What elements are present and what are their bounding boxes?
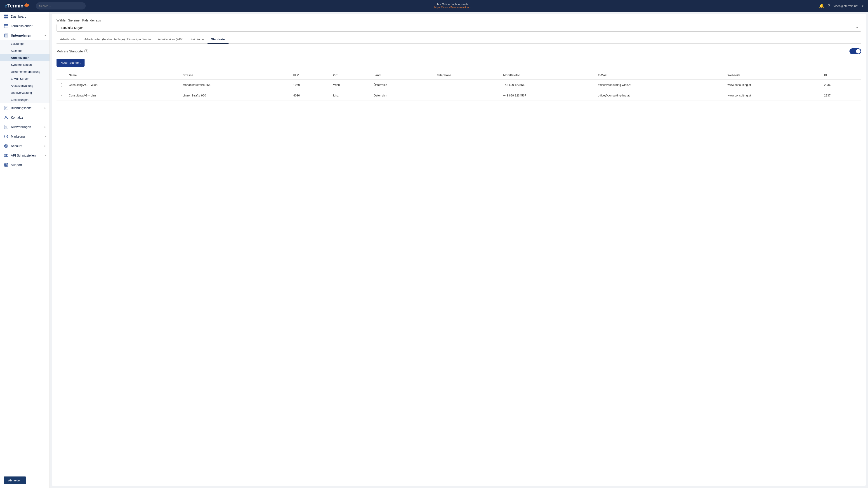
submenu-item-artikelverwaltung[interactable]: Artikelverwaltung [0, 82, 50, 89]
calendar-label: Wählen Sie einen Kalender aus [57, 19, 861, 22]
tab-arbeitszeiten[interactable]: Arbeitszeiten [57, 35, 81, 44]
calendar-select[interactable]: Franziska Mayer [57, 24, 861, 32]
account-chevron-icon: > [44, 144, 46, 147]
sidebar-item-label-api: API Schnittstellen [11, 154, 36, 157]
svg-rect-13 [5, 35, 6, 35]
user-email[interactable]: video@etermin.net [834, 4, 858, 8]
row-plz-1: 4030 [291, 90, 331, 101]
row-strasse-0: Mariahilferstraße 356 [180, 79, 291, 90]
row-context-menu-0[interactable]: ⋮ [57, 79, 66, 90]
svg-rect-12 [4, 34, 8, 37]
submenu-item-leistungen[interactable]: Leistungen [0, 40, 50, 47]
svg-rect-16 [6, 36, 7, 36]
tab-arbeitszeiten-247[interactable]: Arbeitszeiten (24/7) [154, 35, 187, 44]
sidebar-item-support[interactable]: Support [0, 160, 50, 170]
sidebar-item-kontakte[interactable]: Kontakte [0, 113, 50, 122]
sidebar-item-marketing[interactable]: Marketing > [0, 132, 50, 141]
standorte-table: Name Strasse PLZ Ort Land Telephone Mobi… [57, 71, 861, 101]
logo-termin: Termin [7, 3, 24, 9]
col-actions [57, 71, 66, 79]
bell-icon[interactable]: 🔔 [819, 3, 824, 8]
sidebar-item-label-dashboard: Dashboard [11, 15, 26, 18]
toggle-knob [856, 49, 861, 54]
row-name-1: Consulting AG – Linz [66, 90, 180, 101]
standorte-table-container: Name Strasse PLZ Ort Land Telephone Mobi… [57, 71, 861, 101]
neuer-standort-button[interactable]: Neuer Standort [57, 59, 85, 67]
row-mobiltelefon-0: +43 699 123456 [500, 79, 595, 90]
header-right: 🔔 ? video@etermin.net ▾ [819, 3, 864, 8]
buchungsseite-chevron-icon: > [44, 107, 46, 109]
toggle-label: Mehrere Standorte ? [57, 49, 88, 53]
submenu-item-email-server[interactable]: E-Mail Server [0, 75, 50, 82]
online-label: Ihre Online Buchungsseite [436, 3, 468, 6]
sidebar-item-label-kontakte: Kontakte [11, 116, 23, 119]
svg-rect-26 [4, 154, 6, 157]
tab-standorte[interactable]: Standorte [208, 35, 228, 44]
row-context-menu-1[interactable]: ⋮ [57, 90, 66, 101]
main-layout: Dashboard Terminkalender Unternehmen ▾ L… [0, 12, 868, 488]
svg-rect-14 [6, 35, 7, 35]
svg-rect-27 [6, 154, 8, 157]
tabs-container: Arbeitszeiten Arbeitszeiten (bestimmte T… [57, 35, 861, 44]
account-icon [4, 143, 8, 149]
tab-zeitraeume[interactable]: Zeiträume [187, 35, 208, 44]
marketing-chevron-icon: > [44, 135, 46, 138]
col-id: ID [822, 71, 861, 79]
svg-rect-6 [4, 17, 6, 19]
svg-point-25 [6, 145, 7, 146]
submenu-item-synchronisation[interactable]: Synchronisation [0, 61, 50, 68]
sidebar-item-label-support: Support [11, 163, 22, 167]
tab-arbeitszeiten-bestimmte[interactable]: Arbeitszeiten (bestimmte Tage) / Einmali… [81, 35, 154, 44]
help-icon[interactable]: ? [828, 4, 830, 8]
row-id-0: 2236 [822, 79, 861, 90]
toggle-switch[interactable] [849, 48, 861, 54]
support-icon [4, 162, 8, 167]
submenu-item-einstellungen[interactable]: Einstellungen [0, 96, 50, 103]
row-telephone-1 [434, 90, 501, 101]
submenu-item-arbeitszeiten[interactable]: Arbeitszeiten [0, 54, 50, 61]
user-dropdown-icon[interactable]: ▾ [862, 4, 864, 8]
col-plz: PLZ [291, 71, 331, 79]
toggle-section: Mehrere Standorte ? [57, 48, 861, 54]
calendar-icon [4, 24, 8, 29]
col-land: Land [371, 71, 434, 79]
sidebar-item-auswertungen[interactable]: Auswertungen > [0, 122, 50, 132]
sidebar: Dashboard Terminkalender Unternehmen ▾ L… [0, 12, 50, 488]
online-booking-info: Ihre Online Buchungsseite https://www.eT… [86, 3, 819, 9]
contacts-icon [4, 115, 8, 120]
abmelden-button[interactable]: Abmelden [4, 477, 26, 484]
sidebar-item-api-schnittstellen[interactable]: API Schnittstellen > [0, 151, 50, 160]
submenu-item-kalender[interactable]: Kalender [0, 47, 50, 54]
row-ort-0: Wien [331, 79, 371, 90]
main-content: Wählen Sie einen Kalender aus Franziska … [50, 12, 868, 488]
sidebar-item-terminkalender[interactable]: Terminkalender [0, 21, 50, 31]
svg-point-21 [5, 116, 7, 118]
sidebar-item-unternehmen[interactable]: Unternehmen ▾ [0, 31, 50, 40]
sidebar-item-label-terminkalender: Terminkalender [11, 24, 33, 28]
mehrere-standorte-help-icon[interactable]: ? [84, 49, 88, 53]
app-header: eTermin Ihre Online Buchungsseite https:… [0, 0, 868, 12]
row-strasse-1: Linzer Straße 960 [180, 90, 291, 101]
svg-rect-15 [5, 36, 6, 36]
mehrere-standorte-toggle[interactable] [849, 48, 861, 54]
online-link[interactable]: https://www.eTermin.net/video [434, 6, 470, 9]
col-webseite: Webseite [725, 71, 822, 79]
col-name: Name [66, 71, 180, 79]
search-input[interactable] [36, 2, 86, 9]
analytics-icon [4, 125, 8, 129]
sidebar-item-buchungsseite[interactable]: Buchungsseite > [0, 103, 50, 113]
col-mobiltelefon: Mobiltelefon [500, 71, 595, 79]
sidebar-item-account[interactable]: Account > [0, 141, 50, 151]
row-land-0: Österreich [371, 79, 434, 90]
col-ort: Ort [331, 71, 371, 79]
svg-rect-8 [4, 24, 8, 28]
row-webseite-0: www.consulting.at [725, 79, 822, 90]
submenu-item-dateiverwaltung[interactable]: Dateiverwaltung [0, 89, 50, 96]
sidebar-item-label-unternehmen: Unternehmen [11, 34, 31, 37]
row-ort-1: Linz [331, 90, 371, 101]
col-strasse: Strasse [180, 71, 291, 79]
table-header-row: Name Strasse PLZ Ort Land Telephone Mobi… [57, 71, 861, 79]
submenu-item-dokumentenerstellung[interactable]: Dokumentenerstellung [0, 68, 50, 75]
sidebar-item-dashboard[interactable]: Dashboard [0, 12, 50, 21]
sidebar-footer: Abmelden [0, 473, 50, 488]
